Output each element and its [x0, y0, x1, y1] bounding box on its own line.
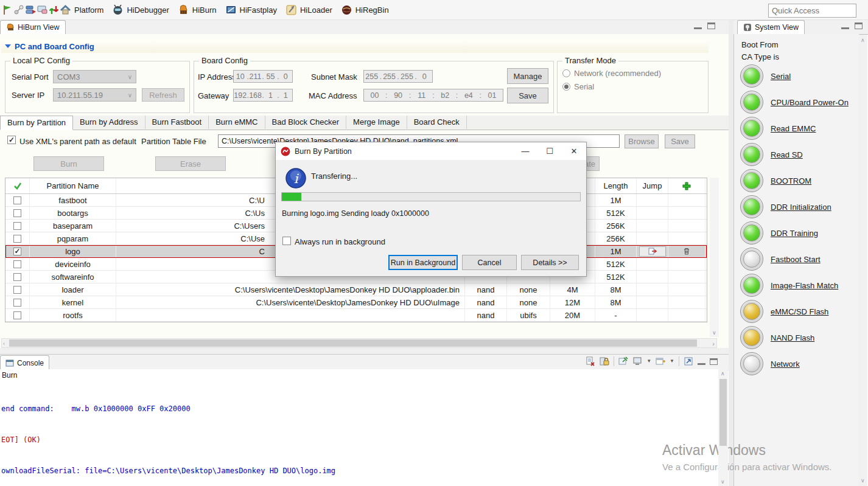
minimize-console-icon[interactable]	[698, 358, 705, 365]
tab-burn-fastboot[interactable]: Burn Fastboot	[145, 116, 209, 129]
row-checkbox[interactable]	[13, 209, 21, 217]
flag-icon[interactable]	[2, 4, 13, 16]
display-selected-console-icon[interactable]	[632, 356, 642, 366]
console-scroll-thumb[interactable]	[719, 379, 727, 446]
maximize-console-icon[interactable]	[710, 358, 718, 365]
tab-console[interactable]: Console	[0, 355, 49, 370]
led-read-sd[interactable]: Read SD	[740, 143, 803, 166]
xml-parent-path-checkbox[interactable]: ✓	[7, 136, 16, 144]
ptf-save-button[interactable]: Save	[665, 134, 695, 148]
system-view-scrollbar[interactable]: ∧ ∨	[858, 35, 867, 486]
always-background-checkbox[interactable]	[282, 237, 291, 245]
led-cpu-board-power-on[interactable]: CPU/Board Power-On	[740, 91, 849, 114]
serial-radio-row[interactable]: Serial	[562, 82, 594, 91]
detach-view-icon[interactable]	[684, 356, 693, 366]
tab-system-view[interactable]: System View	[737, 20, 805, 34]
scroll-down-icon[interactable]: ∨	[712, 330, 716, 336]
col-partition-name[interactable]: Partition Name	[30, 178, 116, 193]
toolbar-hiburn[interactable]: HiBurn	[178, 4, 217, 16]
serial-port-select[interactable]: COM3∨	[53, 70, 136, 83]
hscroll-thumb[interactable]	[9, 339, 697, 347]
connect-nodes-icon[interactable]	[13, 4, 25, 16]
led-serial[interactable]: Serial	[740, 64, 791, 88]
erase-button[interactable]: Erase	[155, 156, 226, 171]
row-checkbox[interactable]	[13, 196, 21, 204]
ip-address-input[interactable]: 10.211.55.0	[233, 70, 293, 83]
run-in-background-button[interactable]: Run in Background	[388, 255, 458, 270]
dialog-titlebar[interactable]: Burn By Partition — ☐ ✕	[276, 142, 586, 160]
manage-button[interactable]: Manage	[507, 68, 548, 84]
row-checkbox[interactable]	[13, 311, 21, 319]
col-jump[interactable]: Jump	[637, 178, 668, 193]
delete-row-icon[interactable]	[682, 247, 691, 255]
tab-burn-by-address[interactable]: Burn by Address	[73, 116, 145, 129]
led-nand-flash[interactable]: NAND Flash	[740, 326, 814, 349]
scroll-up-icon[interactable]: ∧	[861, 37, 865, 43]
server-ip-select[interactable]: 10.211.55.19∨	[53, 88, 136, 102]
horizontal-sash[interactable]	[0, 348, 729, 354]
minimize-view-icon[interactable]	[841, 23, 849, 29]
toolbar-hifastplay[interactable]: HiFastplay	[225, 4, 277, 16]
row-checkbox[interactable]	[13, 286, 21, 294]
tab-hiburn-view[interactable]: HiBurn View	[0, 20, 66, 34]
table-horizontal-scrollbar[interactable]: ‹ ›	[1, 338, 717, 348]
dialog-close-icon[interactable]: ✕	[562, 142, 586, 160]
pc-board-config-section[interactable]: PC and Board Config	[1, 40, 709, 53]
network-radio[interactable]	[562, 69, 570, 77]
scroll-up-icon[interactable]: ∧	[721, 370, 725, 377]
gateway-input[interactable]: 192.168.1.1	[233, 89, 293, 102]
dialog-maximize-icon[interactable]: ☐	[537, 142, 562, 160]
toolbar-hidebugger[interactable]: HiDebugger	[112, 4, 169, 16]
scroll-left-icon[interactable]: ‹	[3, 341, 5, 347]
vertical-sash[interactable]	[729, 20, 733, 486]
add-partition-icon[interactable]	[668, 178, 705, 193]
toolbar-hiregbin[interactable]: HiRegBin	[341, 4, 389, 16]
chevron-down-icon[interactable]: ▼	[670, 358, 674, 364]
erase-icon[interactable]	[37, 4, 48, 16]
row-checkbox[interactable]	[13, 222, 21, 230]
maximize-view-icon[interactable]	[707, 23, 715, 29]
toolbar-hiloader[interactable]: HiLoader	[285, 4, 332, 16]
details-button[interactable]: Details >>	[521, 255, 579, 270]
select-all-check-icon[interactable]	[5, 178, 30, 193]
clear-console-icon[interactable]	[586, 356, 595, 366]
led-bootrom[interactable]: BOOTROM	[740, 169, 811, 192]
toolbar-platform[interactable]: Platform	[60, 4, 103, 16]
transfer-arrows-icon[interactable]	[48, 4, 60, 16]
board-save-button[interactable]: Save	[507, 88, 548, 103]
led-network[interactable]: Network	[740, 352, 800, 375]
tab-bad-block-checker[interactable]: Bad Block Checker	[265, 116, 347, 129]
table-row[interactable]: kernelC:\Users\vicente\Desktop\JamesDonk…	[5, 296, 707, 309]
refresh-button[interactable]: Refresh	[142, 88, 184, 102]
scroll-lock-icon[interactable]	[600, 356, 609, 366]
network-radio-row[interactable]: Network (recommended)	[562, 69, 661, 78]
col-length[interactable]: Length	[595, 178, 637, 193]
console-output[interactable]: end command: mw.b 0x1000000 0xFF 0x20000…	[1, 383, 335, 486]
led-fastboot-start[interactable]: Fastboot Start	[740, 248, 821, 271]
led-image-flash-match[interactable]: Image-Flash Match	[740, 274, 838, 297]
dialog-minimize-icon[interactable]: —	[513, 142, 537, 160]
serial-radio[interactable]	[562, 83, 570, 91]
quick-access-input[interactable]	[768, 4, 856, 18]
led-ddr-training[interactable]: DDR Training	[740, 221, 818, 245]
table-row[interactable]: loaderC:\Users\vicente\Desktop\JamesDonk…	[5, 283, 707, 296]
row-checkbox[interactable]	[13, 299, 21, 307]
tab-board-check[interactable]: Board Check	[407, 116, 467, 129]
row-checkbox[interactable]: ✓	[13, 248, 21, 255]
scroll-right-icon[interactable]: ›	[712, 341, 715, 347]
browse-button[interactable]: Browse	[625, 134, 659, 148]
scroll-down-icon[interactable]: ∨	[861, 477, 865, 484]
tab-merge-image[interactable]: Merge Image	[346, 116, 407, 129]
tab-burn-by-partition[interactable]: Burn by Partition	[0, 116, 73, 130]
cancel-button[interactable]: Cancel	[462, 255, 517, 270]
table-vertical-scrollbar[interactable]: ∨	[710, 178, 719, 337]
tab-burn-emmc[interactable]: Burn eMMC	[209, 116, 265, 129]
scroll-down-icon[interactable]: ∨	[721, 479, 725, 485]
led-read-emmc[interactable]: Read EMMC	[740, 117, 816, 140]
jump-button[interactable]	[639, 246, 666, 257]
console-vertical-scrollbar[interactable]: ∧ ∨	[718, 369, 728, 486]
row-checkbox[interactable]	[13, 235, 21, 243]
minimize-view-icon[interactable]	[694, 23, 702, 29]
led-emmc-sd-flash[interactable]: eMMC/SD Flash	[740, 300, 828, 323]
open-console-icon[interactable]	[656, 356, 665, 366]
